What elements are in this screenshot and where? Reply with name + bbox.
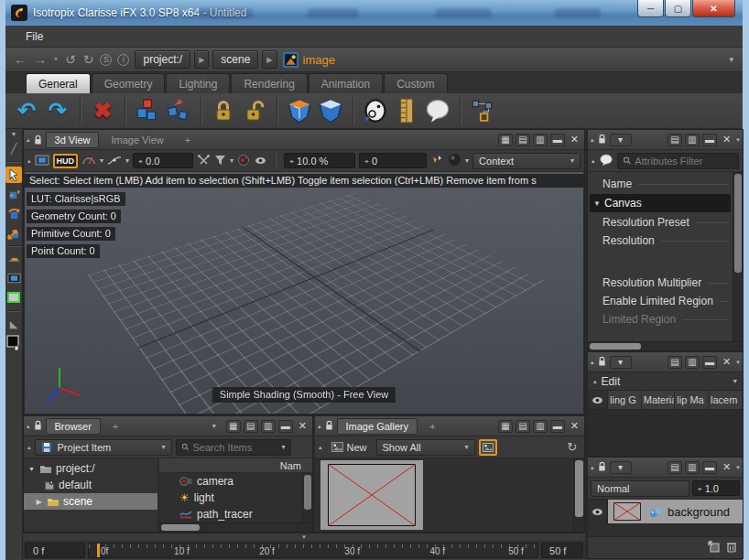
- panel-dropdown-button[interactable]: ▾: [610, 134, 632, 146]
- search-items-input[interactable]: [192, 442, 277, 453]
- attr-row-canvas[interactable]: ▼Canvas: [590, 194, 731, 212]
- info-badge-icon[interactable]: i: [117, 54, 129, 66]
- attr-row-resolution[interactable]: Resolution: [588, 232, 733, 250]
- eye-icon[interactable]: [255, 156, 266, 165]
- translate-tool-icon[interactable]: [5, 186, 22, 202]
- layout-quad-icon[interactable]: ▦: [498, 134, 513, 146]
- tools-icon[interactable]: [197, 154, 211, 167]
- collapse-icon[interactable]: ▴: [319, 444, 322, 451]
- attr-row-limited-region[interactable]: Limited Region: [588, 310, 733, 328]
- breadcrumb-scene[interactable]: scene: [212, 50, 258, 69]
- tab-add-gallery[interactable]: +: [420, 418, 444, 435]
- show-filter-select[interactable]: Show All▾: [376, 439, 475, 456]
- select-tool-icon[interactable]: [5, 167, 22, 183]
- edit-mode-select[interactable]: ▴ Edit ▾: [588, 372, 743, 391]
- layout-quad-icon[interactable]: ▦: [498, 420, 513, 433]
- breadcrumb-sep-icon[interactable]: ▶: [262, 50, 277, 69]
- shading-sphere-icon[interactable]: [448, 153, 461, 168]
- opacity-spinner[interactable]: ◂▸1.0: [692, 480, 740, 496]
- scatter-object-icon[interactable]: [165, 97, 192, 124]
- title-bar[interactable]: Isotropix Clarisse iFX 3.0 SP8 x64 - Unt…: [5, 0, 743, 26]
- layout-quad-icon[interactable]: ▦: [226, 420, 241, 433]
- cone-tool-icon[interactable]: ◣: [5, 316, 22, 332]
- minimize-button[interactable]: ─: [637, 0, 664, 17]
- undo-icon[interactable]: ↶: [13, 97, 40, 124]
- list-hscrollbar[interactable]: [159, 522, 312, 532]
- tab-lighting[interactable]: Lighting: [166, 73, 230, 93]
- attr-row-resolution-preset[interactable]: Resolution Preset: [588, 213, 733, 232]
- panel-close-icon[interactable]: ✕: [568, 134, 581, 145]
- layer-row-background[interactable]: background: [588, 500, 743, 524]
- jump-forward-icon[interactable]: ↻: [81, 53, 97, 66]
- tree-item-scene[interactable]: ▶ scene: [24, 493, 157, 510]
- history-dropdown-icon[interactable]: ▾: [51, 56, 60, 63]
- gallery-vscrollbar[interactable]: [573, 458, 584, 532]
- layout-vsplit-icon[interactable]: ▥: [685, 356, 700, 369]
- hud-toggle[interactable]: HUD: [53, 154, 79, 168]
- layout-hsplit-icon[interactable]: ▤: [668, 461, 682, 474]
- tab-3d-view[interactable]: 3d View: [46, 132, 100, 148]
- attributes-hscrollbar[interactable]: [588, 341, 743, 350]
- layout-single-icon[interactable]: ▬: [702, 356, 717, 369]
- col-clip-map[interactable]: lip Ma: [675, 391, 709, 409]
- fps-meter-icon[interactable]: [81, 154, 96, 167]
- tab-image-gallery[interactable]: Image Gallery: [337, 418, 418, 435]
- collapse-icon[interactable]: ▴: [591, 136, 594, 144]
- attributes-filter-input[interactable]: [635, 156, 733, 167]
- layout-hsplit-icon[interactable]: ▤: [668, 356, 682, 369]
- dropdown-icon[interactable]: ▾: [736, 136, 740, 144]
- attributes-filter-box[interactable]: [617, 153, 739, 169]
- refresh-icon[interactable]: ↻: [567, 440, 581, 454]
- tab-image-view[interactable]: Image View: [102, 132, 172, 148]
- list-vscrollbar[interactable]: [302, 473, 312, 522]
- list-item-light[interactable]: ☀ light: [159, 490, 302, 506]
- comment-bubble-icon[interactable]: [599, 154, 613, 168]
- texture-sphere-icon[interactable]: [430, 153, 444, 168]
- layout-single-icon[interactable]: ▬: [278, 420, 293, 433]
- layout-single-icon[interactable]: ▬: [550, 134, 565, 146]
- collapse-icon[interactable]: ▴: [591, 359, 594, 366]
- breadcrumb-current[interactable]: image: [283, 52, 335, 68]
- panel-lock-icon[interactable]: [33, 135, 43, 145]
- dropdown-icon[interactable]: ▾: [736, 464, 740, 471]
- layout-single-icon[interactable]: ▬: [550, 420, 565, 433]
- group-icon[interactable]: [317, 97, 344, 124]
- tab-geometry[interactable]: Geometry: [92, 73, 166, 93]
- layout-vsplit-icon[interactable]: ▥: [533, 420, 548, 433]
- zoom-spinner[interactable]: ◂▸10.0 %: [284, 153, 355, 168]
- dropdown-icon[interactable]: ▾: [736, 359, 740, 366]
- layout-vsplit-icon[interactable]: ▥: [533, 134, 548, 146]
- blend-mode-select[interactable]: Normal: [591, 480, 689, 497]
- collapse-icon[interactable]: ▴: [27, 136, 30, 144]
- timeline-collapse-handle[interactable]: ▼: [23, 533, 585, 542]
- layout-hsplit-icon[interactable]: ▤: [668, 134, 682, 146]
- tab-custom[interactable]: Custom: [384, 73, 447, 93]
- jump-back-icon[interactable]: ↺: [62, 53, 79, 66]
- attr-row-resolution-multiplier[interactable]: Resolution Multiplier: [588, 274, 733, 292]
- collapse-icon[interactable]: ▴: [27, 423, 30, 430]
- frame-spinner[interactable]: ◂▸0: [359, 153, 427, 168]
- list-item-path-tracer[interactable]: path_tracer: [159, 506, 302, 522]
- tab-add-browser[interactable]: +: [103, 418, 127, 435]
- layout-hsplit-icon[interactable]: ▤: [516, 134, 530, 146]
- new-image-button[interactable]: New: [326, 439, 373, 456]
- maximize-button[interactable]: ▢: [665, 0, 691, 17]
- layout-hsplit-icon[interactable]: ▤: [244, 420, 258, 433]
- col-material[interactable]: Material: [642, 391, 676, 409]
- col-shading-group[interactable]: ling G: [608, 391, 642, 409]
- panel-lock-icon[interactable]: [597, 356, 607, 369]
- forward-icon[interactable]: →: [31, 53, 49, 66]
- timeline-start-field[interactable]: 0 f: [25, 543, 85, 558]
- timeline-ruler[interactable]: 0f 10 f 20 f 30 f 40 f 50 f: [88, 543, 538, 558]
- panel-dropdown-icon[interactable]: ▾: [205, 422, 223, 430]
- panel-close-icon[interactable]: ✕: [296, 420, 309, 432]
- measure-icon[interactable]: [393, 97, 420, 124]
- tab-rendering[interactable]: Rendering: [231, 73, 307, 93]
- rotate-tool-icon[interactable]: [5, 205, 22, 221]
- collapse-icon[interactable]: ▴: [592, 157, 595, 165]
- dropdown-icon[interactable]: ▾: [230, 156, 233, 165]
- dropdown-icon[interactable]: ▾: [100, 156, 103, 165]
- panel-dropdown-button[interactable]: ▾: [610, 356, 632, 369]
- curve-mode-icon[interactable]: [107, 155, 122, 167]
- tab-add-view[interactable]: +: [176, 132, 200, 148]
